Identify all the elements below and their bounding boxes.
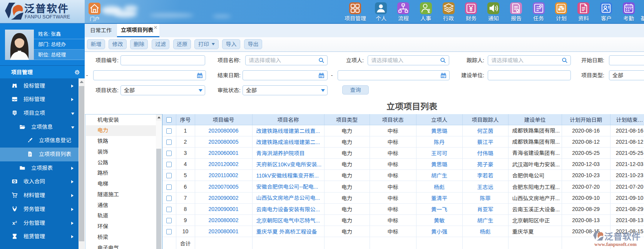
- svg-text:1: 1: [14, 180, 15, 183]
- svg-text:www.fanpusoft.com: www.fanpusoft.com: [594, 241, 637, 247]
- svg-text:泛普软件: 泛普软件: [604, 232, 641, 242]
- svg-text:2: 2: [15, 220, 17, 224]
